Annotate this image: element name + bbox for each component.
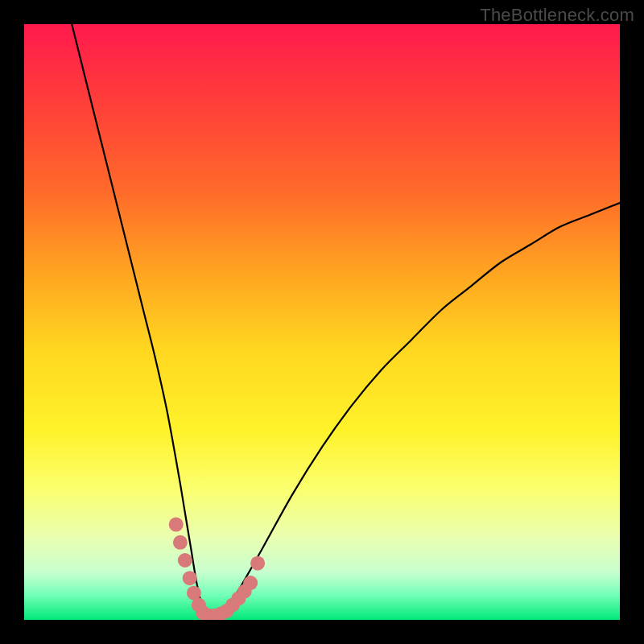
marker-point <box>173 535 188 550</box>
bottleneck-curve <box>72 24 620 618</box>
chart-container: TheBottleneck.com <box>0 0 644 644</box>
plot-area <box>24 24 620 620</box>
marker-point <box>250 556 265 571</box>
chart-svg <box>24 24 620 620</box>
marker-point <box>183 571 197 585</box>
marker-point <box>243 576 258 590</box>
marker-point <box>169 518 184 532</box>
marker-point <box>178 553 192 568</box>
watermark-text: TheBottleneck.com <box>480 5 634 26</box>
